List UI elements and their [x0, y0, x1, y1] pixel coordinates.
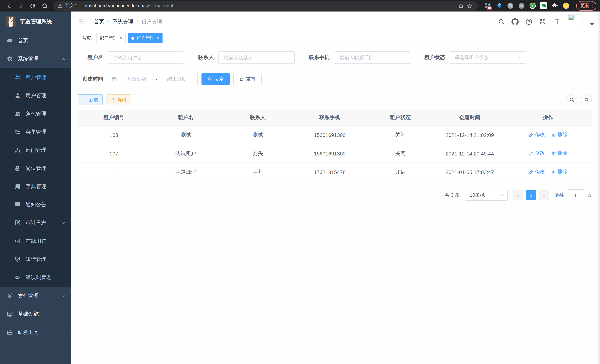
address-bar[interactable]: 不安全 dashboard.yudao.iocoder.cn /system/t…	[53, 1, 478, 10]
sidebar-item-menu[interactable]: 菜单管理	[0, 123, 71, 141]
pagination: 共 3 条 10条/页 1 前往	[78, 189, 592, 201]
filter-mobile: 联系手机	[309, 51, 410, 64]
tab-tenant[interactable]: 租户管理 ×	[128, 33, 162, 43]
mobile-input[interactable]	[334, 51, 410, 64]
sidebar-item-dept[interactable]: 部门管理	[0, 141, 71, 159]
org-icon	[14, 147, 21, 153]
tab-dept[interactable]: 部门管理 ×	[96, 33, 126, 43]
sidebar-item-online-user[interactable]: 在线用户	[0, 232, 71, 250]
close-icon[interactable]: ×	[120, 36, 122, 40]
page-size-select[interactable]: 10条/页	[465, 190, 508, 201]
sidebar-item-devtools[interactable]: 研发工具	[0, 323, 71, 341]
sidebar-item-notice[interactable]: 通知公告	[0, 196, 71, 214]
screen: 不安全 dashboard.yudao.iocoder.cn /system/t…	[0, 0, 600, 364]
extension-dot-icon[interactable]	[518, 2, 525, 9]
app-logo-row[interactable]: 芋道管理系统	[0, 11, 71, 32]
next-page-button[interactable]	[539, 190, 549, 200]
chevron-down-icon	[517, 55, 521, 60]
status-label: 租户状态	[424, 54, 445, 61]
sidebar-item-tenant[interactable]: 租户管理	[0, 68, 71, 86]
share-button[interactable]	[456, 1, 465, 10]
profile-avatar-icon[interactable]	[562, 2, 570, 9]
download-icon	[111, 98, 116, 102]
goto-page-input[interactable]	[567, 189, 584, 201]
sidebar-item-post[interactable]: 岗位管理	[0, 159, 71, 177]
table-refresh-button[interactable]	[581, 94, 592, 105]
svg-text:⌘: ⌘	[509, 4, 512, 8]
col-mobile: 联系手机	[294, 110, 366, 126]
breadcrumb-system[interactable]: 系统管理	[112, 18, 133, 25]
sidebar-item-errcode[interactable]: 错误码管理	[0, 268, 71, 286]
contact-input[interactable]	[218, 51, 295, 64]
create-time-range-picker[interactable]: 开始日期 - 结束日期	[108, 73, 198, 85]
reset-button[interactable]: 重置	[233, 73, 262, 85]
sidebar-item-infra[interactable]: 基础设施	[0, 305, 71, 323]
roles-icon	[14, 111, 21, 117]
delete-button[interactable]: 删除	[551, 169, 567, 175]
search-button[interactable]: 搜索	[201, 73, 230, 85]
delete-button[interactable]: 删除	[551, 131, 567, 138]
extension-gem-icon[interactable]	[496, 2, 503, 9]
toolbox-icon	[7, 329, 13, 336]
extensions-puzzle-icon[interactable]	[551, 2, 558, 9]
github-icon[interactable]	[511, 18, 519, 25]
browser-back-button[interactable]	[4, 1, 14, 10]
extension-command-icon[interactable]: ⌘	[507, 2, 514, 9]
sidebar-item-home[interactable]: 首页	[0, 32, 71, 50]
tab-home[interactable]: 首页	[79, 33, 94, 43]
fullscreen-icon[interactable]	[539, 18, 546, 25]
close-icon[interactable]: ×	[157, 36, 159, 40]
top-navbar: 首页 / 系统管理 / 租户管理	[71, 11, 600, 32]
prev-page-button[interactable]	[513, 190, 523, 200]
delete-button[interactable]: 删除	[551, 150, 567, 157]
active-tab-dot	[131, 37, 134, 40]
chevron-down-icon	[61, 330, 66, 335]
bookmark-star-icon[interactable]	[465, 1, 474, 10]
font-size-icon[interactable]: TT	[553, 18, 560, 25]
user-avatar[interactable]	[568, 14, 583, 29]
sidebar-item-audit-log[interactable]: 审计日志	[0, 214, 71, 232]
page-content: 租户名 联系人 联系手机	[71, 44, 600, 364]
current-page-button[interactable]: 1	[526, 190, 536, 200]
edit-button[interactable]: 修改	[529, 150, 545, 157]
site-security[interactable]: 不安全	[58, 3, 78, 9]
svg-text:Y: Y	[532, 4, 534, 7]
add-button[interactable]: 新增	[78, 94, 103, 105]
filter-status: 租户状态 请选择租户状态	[424, 51, 526, 64]
url-host: dashboard.yudao.iocoder.cn	[85, 3, 143, 8]
edit-button[interactable]: 修改	[529, 131, 545, 138]
monitor-icon	[7, 311, 13, 317]
sidebar-item-payment[interactable]: 支付管理	[0, 287, 71, 305]
sidebar-item-dict[interactable]: 字典管理	[0, 177, 71, 196]
caret-down-icon[interactable]	[590, 23, 594, 26]
export-button[interactable]: 导出	[106, 94, 131, 105]
chrome-update-button[interactable]: 更新	[576, 1, 596, 10]
breadcrumb-home[interactable]: 首页	[94, 18, 104, 25]
search-icon	[207, 77, 212, 82]
online-user-icon	[14, 238, 21, 244]
filter-contact: 联系人	[198, 51, 295, 64]
sidebar-item-system[interactable]: 系统管理	[0, 50, 71, 68]
edit-button[interactable]: 修改	[529, 169, 545, 175]
tenant-name-input[interactable]	[108, 51, 184, 64]
browser-forward-button[interactable]	[16, 1, 26, 10]
extension-y-icon[interactable]: Y	[529, 2, 536, 9]
user-icon	[14, 92, 21, 99]
extension-chat-icon[interactable]	[540, 2, 547, 9]
chevron-down-icon	[500, 193, 504, 197]
sidebar-item-user[interactable]: 用户管理	[0, 86, 71, 105]
start-date-placeholder: 开始日期	[120, 76, 153, 82]
kebab-menu-icon[interactable]	[592, 3, 594, 8]
extension-blocks-icon[interactable]: 10	[485, 2, 492, 9]
col-tenant-id: 租户编号	[78, 110, 150, 126]
browser-reload-button[interactable]	[28, 1, 38, 10]
status-select[interactable]: 请选择租户状态	[450, 51, 526, 64]
header-search-icon[interactable]	[497, 18, 505, 25]
sidebar-collapse-icon[interactable]	[78, 18, 85, 25]
sidebar-item-sms[interactable]: 短信管理	[0, 250, 71, 268]
status-value: 关闭	[366, 126, 435, 144]
help-icon[interactable]	[525, 18, 533, 25]
sidebar-item-role[interactable]: 角色管理	[0, 105, 71, 123]
browser-home-button[interactable]	[39, 1, 50, 10]
table-search-toggle-button[interactable]	[566, 94, 577, 105]
